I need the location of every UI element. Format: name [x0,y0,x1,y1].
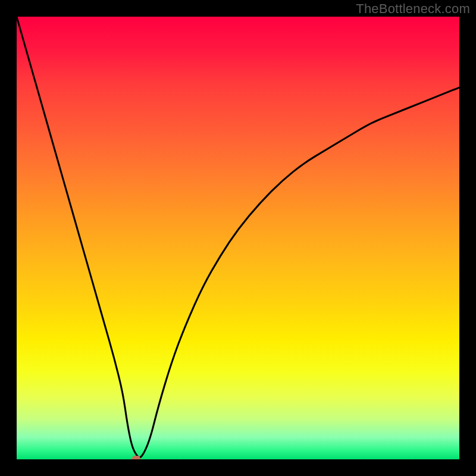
plot-area [17,17,459,459]
optimal-point-marker [132,456,140,459]
bottleneck-curve [17,17,459,459]
watermark-text: TheBottleneck.com [356,1,470,17]
chart-frame: TheBottleneck.com [0,0,476,476]
